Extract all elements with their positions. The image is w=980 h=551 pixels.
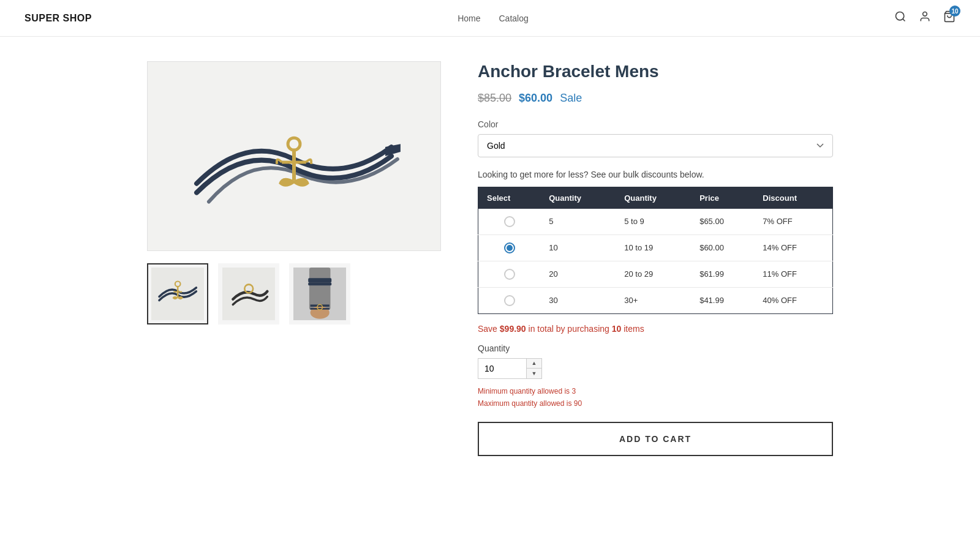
logo: SUPER SHOP <box>24 13 92 24</box>
main-product-image <box>147 61 441 251</box>
sale-badge: Sale <box>560 92 582 105</box>
row-price: $41.99 <box>691 287 754 313</box>
svg-rect-17 <box>308 282 331 285</box>
table-row[interactable]: 1010 to 19$60.0014% OFF <box>478 234 833 261</box>
svg-rect-12 <box>222 268 275 320</box>
row-discount: 40% OFF <box>754 287 832 313</box>
radio-button[interactable] <box>504 295 515 306</box>
account-button[interactable] <box>919 10 931 26</box>
qty-min: 5 <box>540 209 616 235</box>
row-price: $60.00 <box>691 234 754 261</box>
row-discount: 14% OFF <box>754 234 832 261</box>
quantity-decrement[interactable]: ▼ <box>527 369 541 378</box>
color-select[interactable]: Gold Silver Black <box>478 134 833 157</box>
save-amount: $99.90 <box>500 324 526 334</box>
save-suffix: items <box>621 324 644 334</box>
header-icons: 10 <box>894 10 956 26</box>
qty-min: 30 <box>540 287 616 313</box>
nav-catalog[interactable]: Catalog <box>499 13 529 23</box>
svg-line-1 <box>903 19 905 21</box>
radio-cell[interactable] <box>478 234 541 261</box>
thumbnail-2[interactable] <box>218 263 279 324</box>
color-label: Color <box>478 119 833 129</box>
svg-rect-16 <box>308 278 331 282</box>
col-quantity2: Quantity <box>616 187 691 209</box>
table-row[interactable]: 55 to 9$65.007% OFF <box>478 209 833 235</box>
radio-button[interactable] <box>504 242 515 253</box>
sale-price: $60.00 <box>519 92 552 105</box>
thumbnail-3[interactable] <box>289 263 350 324</box>
product-images <box>147 61 441 456</box>
svg-rect-15 <box>309 268 331 310</box>
qty-range: 10 to 19 <box>616 234 691 261</box>
quantity-input[interactable] <box>478 358 527 379</box>
quantity-label: Quantity <box>478 343 833 353</box>
radio-cell[interactable] <box>478 287 541 313</box>
col-quantity1: Quantity <box>540 187 616 209</box>
quantity-input-wrap: ▲ ▼ <box>478 358 833 379</box>
nav-home[interactable]: Home <box>458 13 480 23</box>
table-header-row: Select Quantity Quantity Price Discount <box>478 187 833 209</box>
row-discount: 7% OFF <box>754 209 832 235</box>
user-icon <box>919 10 931 23</box>
row-discount: 11% OFF <box>754 261 832 287</box>
svg-point-0 <box>895 12 903 20</box>
price-row: $85.00 $60.00 Sale <box>478 92 833 105</box>
radio-cell[interactable] <box>478 209 541 235</box>
thumbnail-1[interactable] <box>147 263 208 324</box>
table-row[interactable]: 3030+$41.9940% OFF <box>478 287 833 313</box>
thumbnail-row <box>147 263 441 324</box>
qty-range: 30+ <box>616 287 691 313</box>
quantity-increment[interactable]: ▲ <box>527 359 541 369</box>
radio-button[interactable] <box>504 269 515 280</box>
save-qty: 10 <box>612 324 622 334</box>
add-to-cart-button[interactable]: ADD TO CART <box>478 422 833 456</box>
table-row[interactable]: 2020 to 29$61.9911% OFF <box>478 261 833 287</box>
min-qty-text: Minimum quantity allowed is 3 <box>478 385 833 397</box>
row-price: $61.99 <box>691 261 754 287</box>
row-price: $65.00 <box>691 209 754 235</box>
max-qty-text: Maximum quantity allowed is 90 <box>478 397 833 410</box>
original-price: $85.00 <box>478 92 511 105</box>
col-discount: Discount <box>754 187 832 209</box>
svg-point-2 <box>923 12 927 17</box>
main-nav: Home Catalog <box>458 13 529 23</box>
radio-cell[interactable] <box>478 261 541 287</box>
col-select: Select <box>478 187 541 209</box>
radio-button[interactable] <box>504 216 515 227</box>
header: SUPER SHOP Home Catalog 10 <box>0 0 980 37</box>
search-button[interactable] <box>894 10 907 26</box>
cart-badge: 10 <box>949 6 960 17</box>
product-info: Anchor Bracelet Mens $85.00 $60.00 Sale … <box>478 61 833 456</box>
quantity-restrictions: Minimum quantity allowed is 3 Maximum qu… <box>478 385 833 410</box>
bulk-discount-text: Looking to get more for less? See our bu… <box>478 170 833 179</box>
save-message: Save $99.90 in total by purchasing 10 it… <box>478 324 833 334</box>
save-prefix: Save <box>478 324 500 334</box>
discount-table: Select Quantity Quantity Price Discount … <box>478 187 833 314</box>
main-content: Anchor Bracelet Mens $85.00 $60.00 Sale … <box>123 61 858 456</box>
search-icon <box>894 10 907 23</box>
product-title: Anchor Bracelet Mens <box>478 61 833 82</box>
cart-button[interactable]: 10 <box>943 10 956 26</box>
qty-min: 10 <box>540 234 616 261</box>
col-price: Price <box>691 187 754 209</box>
qty-range: 20 to 29 <box>616 261 691 287</box>
qty-min: 20 <box>540 261 616 287</box>
save-mid: in total by purchasing <box>526 324 612 334</box>
qty-range: 5 to 9 <box>616 209 691 235</box>
quantity-spinners: ▲ ▼ <box>527 358 542 379</box>
